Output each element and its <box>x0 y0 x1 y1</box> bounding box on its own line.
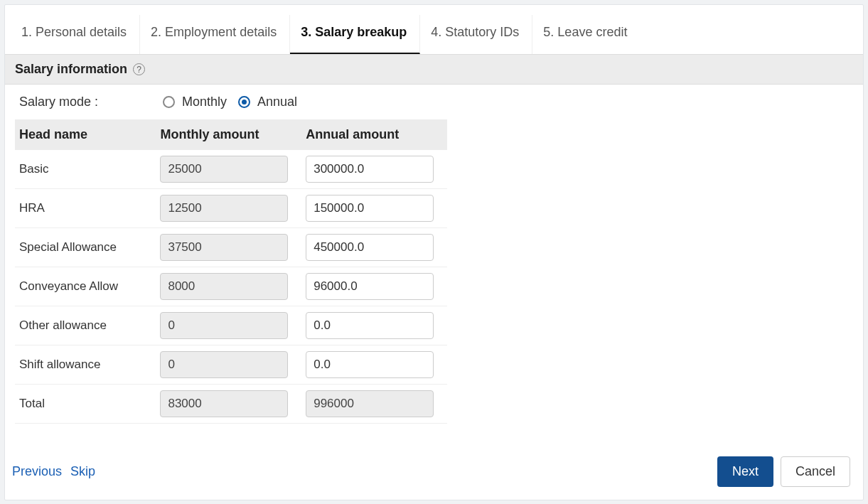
table-row: Other allowance <box>15 306 447 345</box>
col-head-monthly: Monthly amount <box>156 119 301 150</box>
wizard-tabs: 1. Personal details2. Employment details… <box>5 5 863 54</box>
head-name-cell: Conveyance Allow <box>15 267 156 306</box>
monthly-amount-input <box>160 273 288 300</box>
col-head-annual: Annual amount <box>301 119 447 150</box>
monthly-amount-input <box>160 195 288 222</box>
section-title: Salary information <box>15 62 127 77</box>
radio-icon[interactable] <box>238 96 250 108</box>
monthly-amount-input <box>160 351 288 378</box>
previous-link[interactable]: Previous <box>12 464 62 479</box>
tab-2[interactable]: 3. Salary breakup <box>290 15 420 54</box>
monthly-amount-input <box>160 390 288 417</box>
table-row: Basic <box>15 150 447 189</box>
annual-amount-input[interactable] <box>306 156 434 183</box>
salary-mode-radios: MonthlyAnnual <box>163 95 303 109</box>
tab-0[interactable]: 1. Personal details <box>11 15 140 54</box>
tab-1[interactable]: 2. Employment details <box>140 15 290 54</box>
radio-label: Annual <box>257 95 297 109</box>
head-name-cell: Shift allowance <box>15 345 156 385</box>
next-button[interactable]: Next <box>717 456 773 487</box>
annual-amount-input[interactable] <box>306 234 434 261</box>
salary-mode-option-monthly[interactable]: Monthly <box>163 95 227 109</box>
head-name-cell: HRA <box>15 189 156 228</box>
salary-breakup-table: Head name Monthly amount Annual amount B… <box>15 119 447 424</box>
table-row: HRA <box>15 189 447 228</box>
salary-mode-row: Salary mode : MonthlyAnnual <box>5 85 863 119</box>
table-row: Conveyance Allow <box>15 267 447 306</box>
table-row: Total <box>15 385 447 424</box>
cancel-button[interactable]: Cancel <box>781 456 850 487</box>
annual-amount-input <box>306 390 434 417</box>
head-name-cell: Other allowance <box>15 306 156 345</box>
head-name-cell: Basic <box>15 150 156 189</box>
table-row: Shift allowance <box>15 345 447 385</box>
tab-4[interactable]: 5. Leave credit <box>532 15 640 54</box>
radio-icon[interactable] <box>163 96 175 108</box>
section-header: Salary information ? <box>5 54 863 85</box>
tab-3[interactable]: 4. Statutory IDs <box>420 15 532 54</box>
annual-amount-input[interactable] <box>306 195 434 222</box>
monthly-amount-input <box>160 312 288 339</box>
annual-amount-input[interactable] <box>306 273 434 300</box>
annual-amount-input[interactable] <box>306 312 434 339</box>
salary-mode-option-annual[interactable]: Annual <box>238 95 297 109</box>
salary-mode-label: Salary mode : <box>19 95 156 109</box>
col-head-name: Head name <box>15 119 156 150</box>
wizard-footer: Previous Skip Next Cancel <box>5 439 863 500</box>
monthly-amount-input <box>160 234 288 261</box>
head-name-cell: Total <box>15 385 156 424</box>
annual-amount-input[interactable] <box>306 351 434 378</box>
head-name-cell: Special Allowance <box>15 228 156 267</box>
table-row: Special Allowance <box>15 228 447 267</box>
skip-link[interactable]: Skip <box>70 464 95 479</box>
monthly-amount-input <box>160 156 288 183</box>
radio-label: Monthly <box>182 95 227 109</box>
help-icon[interactable]: ? <box>133 63 145 75</box>
